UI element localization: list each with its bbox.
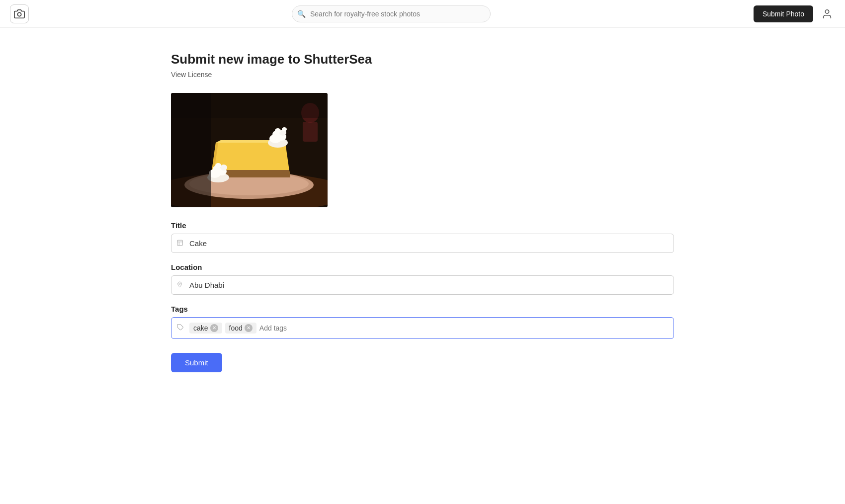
tag-remove-food[interactable]: ✕ bbox=[245, 324, 253, 332]
submit-button[interactable]: Submit bbox=[171, 353, 222, 372]
title-input-wrapper bbox=[171, 234, 674, 253]
location-icon bbox=[176, 281, 183, 289]
tags-input-wrapper[interactable]: cake ✕ food ✕ bbox=[171, 317, 674, 339]
location-input-wrapper bbox=[171, 275, 674, 295]
location-group: Location bbox=[171, 263, 674, 295]
tag-label-food: food bbox=[229, 324, 243, 332]
tag-label-cake: cake bbox=[193, 324, 208, 332]
svg-point-0 bbox=[17, 12, 21, 16]
tag-remove-cake[interactable]: ✕ bbox=[210, 324, 218, 332]
svg-rect-24 bbox=[303, 122, 318, 142]
navbar: 🔍 Submit Photo bbox=[0, 0, 845, 28]
page-title: Submit new image to ShutterSea bbox=[171, 52, 674, 67]
title-input[interactable] bbox=[171, 234, 674, 253]
svg-rect-26 bbox=[171, 93, 328, 118]
svg-rect-27 bbox=[177, 240, 183, 246]
main-content: Submit new image to ShutterSea View Lice… bbox=[159, 28, 686, 412]
tag-chip-cake: cake ✕ bbox=[189, 323, 222, 334]
tag-chip-food: food ✕ bbox=[225, 323, 256, 334]
image-preview bbox=[171, 93, 328, 207]
search-icon: 🔍 bbox=[297, 10, 306, 18]
svg-point-21 bbox=[275, 128, 281, 133]
tags-group: Tags cake ✕ food ✕ bbox=[171, 305, 674, 339]
location-input[interactable] bbox=[171, 275, 674, 295]
user-icon[interactable] bbox=[819, 6, 835, 22]
tags-label: Tags bbox=[171, 305, 674, 313]
svg-point-15 bbox=[215, 163, 221, 168]
navbar-right: Submit Photo bbox=[754, 5, 835, 22]
svg-point-22 bbox=[282, 127, 287, 131]
title-group: Title bbox=[171, 221, 674, 253]
tags-icon bbox=[177, 324, 184, 333]
location-label: Location bbox=[171, 263, 674, 271]
tags-add-input[interactable] bbox=[259, 324, 669, 332]
search-bar: 🔍 bbox=[292, 5, 491, 22]
view-license-link[interactable]: View License bbox=[171, 71, 212, 79]
svg-point-14 bbox=[220, 165, 227, 170]
svg-point-30 bbox=[179, 283, 180, 284]
submit-photo-button[interactable]: Submit Photo bbox=[754, 5, 813, 22]
title-icon bbox=[176, 239, 183, 248]
search-input[interactable] bbox=[292, 5, 491, 22]
svg-point-1 bbox=[825, 9, 829, 13]
logo-button[interactable] bbox=[10, 4, 29, 23]
title-label: Title bbox=[171, 221, 674, 230]
